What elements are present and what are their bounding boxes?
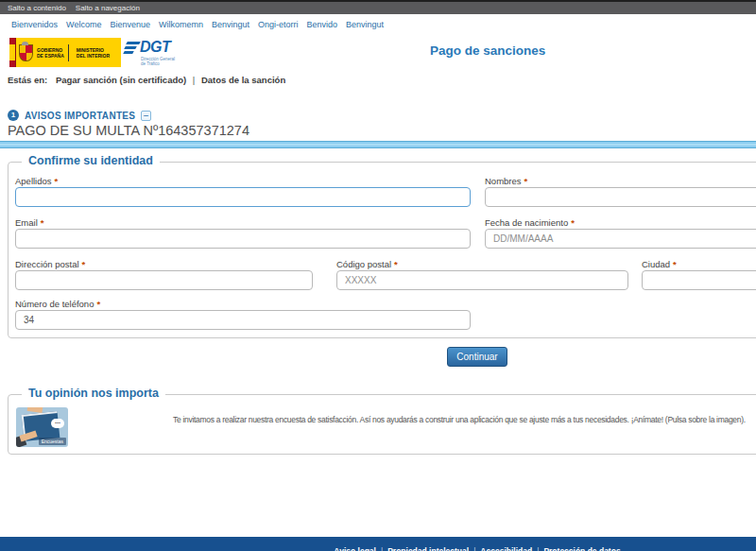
breadcrumb-separator: | bbox=[193, 75, 195, 85]
hand-icon bbox=[27, 407, 43, 413]
coat-of-arms-icon bbox=[19, 44, 33, 61]
footer-separator: | bbox=[381, 546, 383, 551]
footer-link-aviso-legal[interactable]: Aviso legal bbox=[334, 546, 376, 551]
codigo-postal-label: Código postal* bbox=[336, 259, 628, 270]
dgt-subtitle: Dirección General de Tráfico bbox=[141, 57, 190, 66]
field-nombres: Nombres* bbox=[485, 176, 756, 207]
gobierno-label: GOBIERNO DE ESPAÑA bbox=[37, 47, 64, 59]
spain-flag-icon bbox=[9, 38, 16, 67]
footer-link-proteccion-datos[interactable]: Protección de datos bbox=[543, 546, 620, 551]
field-ciudad: Ciudad* bbox=[642, 259, 756, 290]
field-fecha-nacimiento: Fecha de nacimiento* bbox=[485, 217, 756, 249]
direccion-postal-input[interactable] bbox=[15, 270, 313, 290]
codigo-postal-input[interactable] bbox=[336, 270, 628, 290]
dgt-logo[interactable]: DGT Dirección General de Tráfico bbox=[124, 39, 190, 67]
fecha-nacimiento-label: Fecha de nacimiento* bbox=[485, 217, 756, 229]
logo-divider bbox=[68, 44, 69, 61]
footer-link-propiedad-intelectual[interactable]: Propiedad intelectual bbox=[387, 546, 469, 551]
identity-form-legend: Confirme su identidad bbox=[22, 154, 160, 167]
nombres-label: Nombres* bbox=[485, 176, 756, 187]
breadcrumb-prefix: Estás en: bbox=[8, 75, 47, 85]
ciudad-label: Ciudad* bbox=[642, 259, 756, 270]
footer: Aviso legal|Propiedad intelectual|Accesi… bbox=[0, 537, 756, 551]
important-notices-header: 1 AVISOS IMPORTANTES − bbox=[8, 110, 151, 121]
field-telefono: Número de teléfono* bbox=[15, 299, 471, 330]
footer-separator: | bbox=[473, 546, 475, 551]
email-input[interactable] bbox=[15, 229, 471, 249]
survey-legend: Tu opinión nos importa bbox=[22, 387, 165, 400]
section-divider-bar bbox=[0, 141, 756, 148]
language-bar: Bienvenidos Welcome Bienvenue Wilkomemn … bbox=[11, 14, 384, 35]
breadcrumb-item-pagar-sancion[interactable]: Pagar sanción (sin certificado) bbox=[56, 75, 186, 85]
survey-image-link[interactable]: ... Encuestas bbox=[16, 407, 68, 447]
direccion-postal-label: Dirección postal* bbox=[15, 259, 313, 270]
field-email: Email* bbox=[15, 217, 471, 249]
notices-title: AVISOS IMPORTANTES bbox=[25, 111, 135, 121]
telefono-label: Número de teléfono* bbox=[15, 299, 471, 310]
speech-bubble-icon: ... bbox=[51, 419, 64, 428]
survey-invitation-text: Te invitamos a realizar nuestra encuesta… bbox=[173, 415, 746, 424]
field-apellidos: Apellidos* bbox=[15, 176, 471, 207]
continuar-button[interactable]: Continuar bbox=[447, 347, 507, 367]
apellidos-input[interactable] bbox=[15, 187, 471, 207]
dgt-stripes-icon bbox=[124, 42, 138, 54]
lang-va-link[interactable]: Benvingut bbox=[346, 20, 384, 29]
collapse-minus-icon[interactable]: − bbox=[141, 111, 151, 121]
notice-count-badge: 1 bbox=[8, 110, 19, 121]
page-title: Pago de sanciones bbox=[430, 43, 545, 58]
required-marker: * bbox=[673, 259, 677, 269]
required-marker: * bbox=[394, 259, 398, 269]
ministerio-label: MINISTERIO DEL INTERIOR bbox=[77, 47, 110, 59]
identity-form-section: Confirme su identidad Apellidos* Nombres… bbox=[8, 162, 756, 338]
email-label: Email* bbox=[15, 217, 471, 229]
footer-separator: | bbox=[537, 546, 539, 551]
field-codigo-postal: Código postal* bbox=[336, 259, 628, 290]
required-marker: * bbox=[571, 217, 575, 228]
lang-en-link[interactable]: Welcome bbox=[66, 20, 101, 29]
apellidos-label: Apellidos* bbox=[15, 176, 471, 187]
skip-links-bar: Salto a contenido Salto a navegación bbox=[0, 0, 756, 14]
gobierno-espana-logo[interactable]: GOBIERNO DE ESPAÑA MINISTERIO DEL INTERI… bbox=[9, 38, 121, 67]
survey-section: Tu opinión nos importa ... Encuestas Te … bbox=[8, 394, 756, 455]
telefono-input[interactable] bbox=[15, 310, 471, 330]
lang-es-link[interactable]: Bienvenidos bbox=[11, 20, 58, 29]
survey-image-caption: Encuestas bbox=[39, 438, 66, 445]
breadcrumb-item-datos-sancion: Datos de la sanción bbox=[201, 75, 285, 85]
lang-ca-link[interactable]: Benvingut bbox=[212, 20, 249, 29]
fine-notice-text: PAGO DE SU MULTA Nº164357371274 bbox=[8, 123, 249, 138]
ciudad-input[interactable] bbox=[642, 270, 756, 290]
required-marker: * bbox=[41, 217, 44, 228]
required-marker: * bbox=[55, 176, 59, 186]
required-marker: * bbox=[82, 259, 86, 269]
fecha-nacimiento-input[interactable] bbox=[485, 229, 756, 249]
required-marker: * bbox=[96, 299, 100, 309]
field-direccion-postal: Dirección postal* bbox=[15, 259, 313, 290]
skip-to-content-link[interactable]: Salto a contenido bbox=[8, 4, 66, 12]
submit-row: Continuar bbox=[0, 347, 756, 367]
skip-to-navigation-link[interactable]: Salto a navegación bbox=[76, 4, 140, 12]
breadcrumb: Estás en: Pagar sanción (sin certificado… bbox=[8, 75, 285, 85]
required-marker: * bbox=[524, 176, 528, 186]
footer-link-accesibilidad[interactable]: Accesibilidad bbox=[480, 546, 532, 551]
page: Salto a contenido Salto a navegación Bie… bbox=[0, 0, 756, 551]
lang-fr-link[interactable]: Bienvenue bbox=[110, 20, 150, 29]
nombres-input[interactable] bbox=[485, 187, 756, 207]
lang-de-link[interactable]: Wilkomemn bbox=[159, 20, 203, 29]
lang-gl-link[interactable]: Benvido bbox=[307, 20, 338, 29]
dgt-acronym: DGT bbox=[140, 39, 170, 56]
lang-eu-link[interactable]: Ongi-etorri bbox=[258, 20, 299, 29]
